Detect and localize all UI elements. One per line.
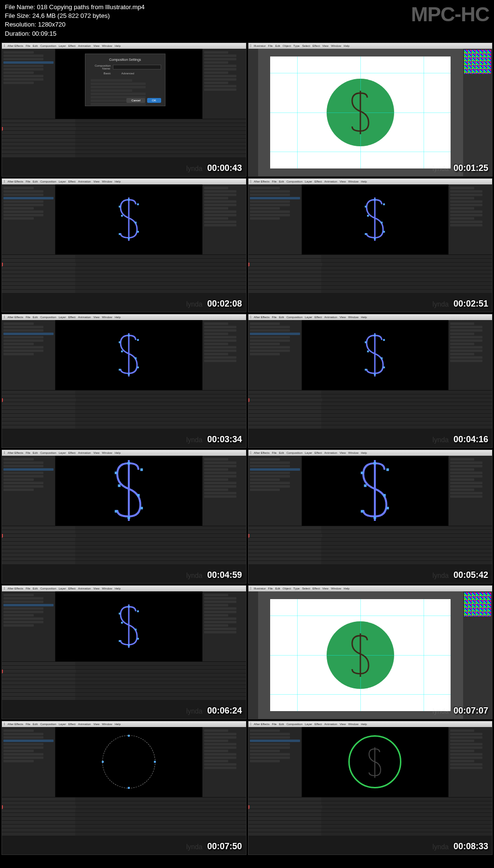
menu-item[interactable]: File [26,587,30,590]
menu-item[interactable]: Animation [324,180,337,183]
menu-item[interactable]: Edit [33,316,38,319]
menu-item[interactable]: After Effects [8,180,24,183]
menu-item[interactable]: Layer [59,180,66,183]
menu-item[interactable]: Window [102,316,112,319]
dollar-shape[interactable] [114,333,143,377]
menu-item[interactable]: Animation [78,723,91,726]
canvas[interactable] [258,49,464,176]
menu-item[interactable]: Animation [78,316,91,319]
toolbar[interactable] [248,591,258,719]
menu-item[interactable]: Layer [305,723,312,726]
effects-panel[interactable] [202,184,246,254]
menu-item[interactable]: Layer [59,316,66,319]
menu-item[interactable]: Edit [275,587,280,590]
green-circle-path[interactable] [348,735,401,788]
effects-panel[interactable] [202,591,246,661]
project-panel[interactable] [248,320,302,390]
menu-item[interactable]: File [26,723,30,726]
effects-panel[interactable] [202,727,246,797]
menu-item[interactable]: Effect [69,587,76,590]
panels[interactable] [463,49,492,176]
menu-item[interactable]: Edit [279,316,284,319]
menu-item[interactable]: File [26,44,30,47]
menu-item[interactable]: Edit [33,451,38,454]
menu-item[interactable]: Layer [59,587,66,590]
menu-item[interactable]: Layer [59,44,66,47]
thumbnail[interactable]: After EffectsFileEditCompositionLayerEf… [248,449,493,584]
composition-viewer[interactable] [302,727,448,797]
composition-viewer[interactable] [302,456,448,526]
canvas[interactable] [258,591,464,719]
project-panel[interactable] [2,456,55,526]
menu-item[interactable]: File [26,316,30,319]
composition-viewer[interactable] [55,456,202,526]
menu-item[interactable]: Effect [315,316,322,319]
thumbnail[interactable]: After EffectsFileEditCompositionLayerEf… [1,42,247,177]
menu-item[interactable]: Window [348,180,358,183]
menu-item[interactable]: Help [115,180,121,183]
composition-viewer[interactable] [55,591,202,661]
menu-item[interactable]: Animation [78,587,91,590]
menu-item[interactable]: Illustrator [254,44,266,47]
menu-item[interactable]: Effect [69,451,76,454]
project-panel[interactable] [248,727,302,797]
menu-item[interactable]: View [93,723,99,726]
menu-item[interactable]: Animation [324,316,337,319]
menu-item[interactable]: Effect [315,180,322,183]
menu-item[interactable]: File [272,451,277,454]
menu-item[interactable]: Object [283,44,291,47]
menu-item[interactable]: Composition [287,180,302,183]
effects-panel[interactable] [202,49,246,119]
menu-item[interactable]: Edit [279,451,284,454]
effects-panel[interactable] [202,456,246,526]
menu-item[interactable]: Window [331,587,341,590]
menu-item[interactable]: Object [283,587,291,590]
menu-item[interactable]: View [93,44,99,47]
composition-viewer[interactable]: Composition SettingsComposition Name:Bas… [55,49,202,119]
menu-item[interactable]: After Effects [8,44,24,47]
composition-viewer[interactable] [55,184,202,254]
menu-item[interactable]: Effect [69,44,76,47]
panels[interactable] [463,591,492,719]
menu-item[interactable]: Edit [279,723,284,726]
menu-item[interactable]: View [340,180,346,183]
menu-item[interactable]: File [268,44,273,47]
menu-item[interactable]: Edit [33,180,38,183]
swatches-panel[interactable] [464,50,491,74]
menu-item[interactable]: View [93,587,99,590]
dollar-shape[interactable] [114,604,143,648]
menu-item[interactable]: Type [293,44,300,47]
menu-item[interactable]: Edit [33,723,38,726]
menu-item[interactable]: Window [102,451,112,454]
menu-item[interactable]: Animation [78,451,91,454]
effects-panel[interactable] [448,184,492,254]
cancel-button[interactable]: Cancel [126,98,145,103]
menu-item[interactable]: View [340,723,346,726]
menu-item[interactable]: Composition [40,44,56,47]
menu-item[interactable]: Window [331,44,341,47]
thumbnail[interactable]: IllustratorFileEditObjectTypeSelectEffe… [248,585,493,719]
dollar-shape[interactable] [109,460,149,521]
menu-item[interactable]: View [340,316,346,319]
menu-item[interactable]: File [272,723,277,726]
menu-item[interactable]: Help [115,44,121,47]
dollar-shape[interactable] [355,460,395,521]
menu-item[interactable]: Effect [69,316,76,319]
menu-item[interactable]: Help [115,587,121,590]
menu-item[interactable]: Animation [324,723,337,726]
menu-item[interactable]: Edit [275,44,280,47]
composition-viewer[interactable] [55,727,202,797]
thumbnail[interactable]: After EffectsFileEditCompositionLayerEf… [1,178,247,312]
toolbar[interactable] [248,49,258,176]
menu-item[interactable]: Window [348,316,358,319]
menu-item[interactable]: Help [343,44,349,47]
menu-item[interactable]: Window [102,180,112,183]
menu-item[interactable]: Help [361,316,367,319]
menu-item[interactable]: Help [361,723,367,726]
composition-viewer[interactable] [302,184,448,254]
menu-item[interactable]: Animation [78,44,91,47]
menu-item[interactable]: View [322,44,329,47]
menu-item[interactable]: Composition [40,587,56,590]
menu-item[interactable]: After Effects [8,587,24,590]
effects-panel[interactable] [448,456,492,526]
